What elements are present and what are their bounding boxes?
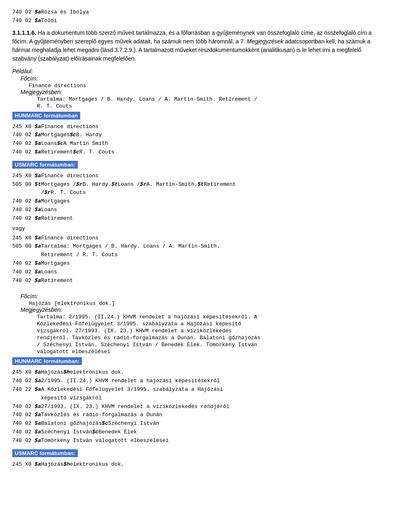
hunmarc-block-1: 245 X0 $aFinance directions 740 02 $aMor… <box>12 123 381 157</box>
label-megjegyzes-1: Megjegyzésben: <box>20 89 62 95</box>
megjegyzes-value-2: Tartalma: 2/1995. (II.24.) KHVM rendelet… <box>37 314 257 320</box>
top-section: 740 02 $aRózsa és Ibolya 740 02 $aToldi <box>12 8 381 25</box>
hunmarc-2-line-2: 740 02 $a2/1995. (II.24.) KHVM rendelet … <box>12 377 381 385</box>
label-pelda: Például: <box>12 68 381 74</box>
label-focim-2: Főcím: <box>20 293 38 300</box>
megjegyzes-value-2f: válogatott elbeszélései <box>37 349 110 355</box>
usmarc-2-line-1: 245 X0 $aHajózás$helektronikus dok. <box>12 460 381 469</box>
example-1: Például: Főcím: Finance directions Megje… <box>12 68 381 285</box>
usmarc-line-1-4: 740 02 $aMortgages <box>12 197 381 206</box>
usmarc-line-1-5: 740 02 $aLoans <box>12 206 381 214</box>
megjegyzes-value-2d: rendjéről. Távközlés és rádió-forgalmazá… <box>37 335 260 341</box>
usmarc-header-2: USMARC formátumban: <box>12 449 78 457</box>
hunmarc-2-line-8: 740 02 $aSzéchenyi István$cBenedek Elek <box>12 428 381 437</box>
top-line-2: 740 02 $aToldi <box>12 17 381 25</box>
example-2: Főcím: Hajózás [elektronikus dok.] Megje… <box>12 293 381 469</box>
megjegyzes-value-2c: vizsgákról. 27/1993. (IX. 23.) KHVM rend… <box>37 328 232 334</box>
section-311-text: 3.1.1.1.6. Ha a dokumentum több szerző m… <box>12 29 381 63</box>
focim-value-1: Finance directions <box>29 83 86 89</box>
usmarc-b-line-1: 245 X0 $aFinance directions <box>12 234 381 243</box>
usmarc-line-1-3: /$rR. T. Couts <box>12 189 381 197</box>
usmarc-b-line-3: Retirement / R. T. Couts <box>12 251 381 259</box>
hunmarc-2-line-9: 740 02 $aTömörkény István válogatott elb… <box>12 437 381 445</box>
hunmarc-2-line-1: 245 X0 $aHajózás$helektronikus dok. <box>12 368 381 377</box>
hunmarc-line-1-2: 740 02 $aMortgages$cB. Hardy <box>12 131 381 140</box>
hunmarc-2-line-3: 740 22 $aA Közlekedési Főfelügyelet 3/19… <box>12 385 381 394</box>
example-2-megjegyzes-block: Megjegyzésben: Tartalma: 2/1995. (II.24.… <box>20 307 381 355</box>
hunmarc-2-line-5: 740 02 $a27/1993. (IX. 23.) KHVM rendele… <box>12 403 381 411</box>
hunmarc-block-2: 245 X0 $aHajózás$helektronikus dok. 740 … <box>12 368 381 445</box>
usmarc-b-line-2: 505 00 $aTartalma: Mortgages / B. Hardy.… <box>12 242 381 251</box>
usmarc-block-2: 245 X0 $aHajózás$helektronikus dok. <box>12 460 381 469</box>
hunmarc-2-line-4: képesítő vizsgákról <box>12 394 381 403</box>
hunmarc-line-1-4: 740 02 $aRetirement$cR. T. Couts <box>12 148 381 157</box>
example-1-focim-block: Főcím: Finance directions <box>20 75 381 89</box>
example-2-focim-block: Főcím: Hajózás [elektronikus dok.] <box>20 293 381 307</box>
hunmarc-line-1-3: 740 02 $aLoans$cA Martin Smith <box>12 140 381 148</box>
top-line-1: 740 02 $aRózsa és Ibolya <box>12 8 381 17</box>
vagy-label: vagy <box>12 225 381 232</box>
usmarc-block-1: 245 X0 $aFinance directions 505 00 $tMor… <box>12 172 381 223</box>
usmarc-b-line-6: 740 02 $aRetirement <box>12 277 381 285</box>
megjegyzes-value-1: Tartalma: Mortgages / B. Hardy. Loans / … <box>37 96 257 102</box>
focim-value-2: Hajózás [elektronikus dok.] <box>29 300 115 307</box>
usmarc-header-1: USMARC formátumban: <box>12 161 78 169</box>
usmarc-b-line-4: 740 02 $aMortgages <box>12 259 381 268</box>
section-311: 3.1.1.1.6. Ha a dokumentum több szerző m… <box>12 29 381 63</box>
usmarc-line-1-1: 245 X0 $aFinance directions <box>12 172 381 180</box>
hunmarc-line-1-1: 245 X0 $aFinance directions <box>12 123 381 131</box>
usmarc-line-1-2: 505 00 $tMortgages /$rB. Hardy.$tLoans /… <box>12 180 381 189</box>
hunmarc-header-2: HUNMARC formátumban: <box>12 357 82 365</box>
hunmarc-header-1: HUNMARC formátumban <box>12 112 80 119</box>
label-megjegyzes-2: Megjegyzésben: <box>20 307 62 313</box>
megjegyzes-value-1b: R. T. Couts <box>37 103 72 109</box>
megjegyzes-value-2e: / Széchenyi István. Széchenyi István / B… <box>37 342 257 348</box>
usmarc-line-1-6: 740 02 $aRetirement <box>12 214 381 223</box>
label-focim-1: Főcím: <box>20 75 38 82</box>
hunmarc-2-line-7: 740 02 $aBalatoni gőzhajózás$cSzéchenyi … <box>12 419 381 428</box>
megjegyzes-value-2b: Közlekedési Főfelügyelet 3/1995. szabály… <box>37 321 241 327</box>
example-1-megjegyzes-block: Megjegyzésben: Tartalma: Mortgages / B. … <box>20 89 381 109</box>
section-number: 3.1.1.1.6. <box>12 29 36 36</box>
hunmarc-2-line-6: 740 02 $aTávközlés és rádió-forgalmazás … <box>12 411 381 419</box>
usmarc-block-1b: 245 X0 $aFinance directions 505 00 $aTar… <box>12 234 381 285</box>
usmarc-b-line-5: 740 02 $aLoans <box>12 268 381 277</box>
